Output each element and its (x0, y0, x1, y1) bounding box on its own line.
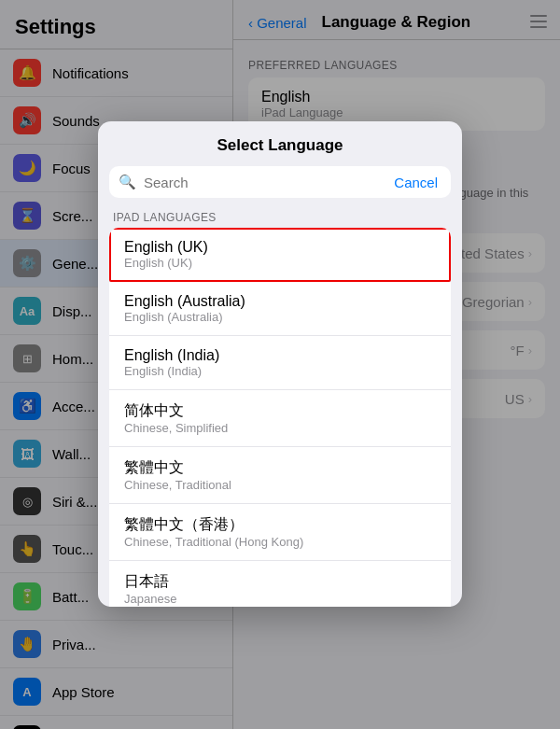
language-main-label: 简体中文 (124, 401, 436, 421)
language-item-english-uk[interactable]: English (UK) English (UK) (109, 228, 451, 282)
cancel-button[interactable]: Cancel (394, 175, 441, 190)
language-sub-label: Japanese (124, 592, 436, 606)
language-main-label: English (UK) (124, 239, 436, 256)
app-layout: Settings 🔔 Notifications 🔊 Sounds 🌙 Focu… (0, 0, 560, 729)
language-items-group: English (UK) English (UK) English (Austr… (109, 228, 451, 607)
language-sub-label: English (India) (124, 364, 436, 378)
language-sub-label: English (UK) (124, 256, 436, 270)
search-icon: 🔍 (119, 174, 136, 190)
language-sub-label: Chinese, Traditional (Hong Kong) (124, 535, 436, 549)
language-main-label: 繁體中文（香港） (124, 515, 436, 535)
language-item-traditional-chinese[interactable]: 繁體中文 Chinese, Traditional (109, 447, 451, 504)
search-bar: 🔍 Cancel (109, 166, 451, 198)
modal-title: Select Language (217, 136, 343, 154)
language-main-label: 繁體中文 (124, 458, 436, 478)
language-sub-label: English (Australia) (124, 310, 436, 324)
modal-title-bar: Select Language (98, 121, 462, 155)
ipad-languages-label: IPAD LANGUAGES (98, 205, 462, 228)
language-sub-label: Chinese, Simplified (124, 421, 436, 435)
language-list: English (UK) English (UK) English (Austr… (98, 228, 462, 607)
language-item-japanese[interactable]: 日本語 Japanese (109, 561, 451, 607)
language-item-simplified-chinese[interactable]: 简体中文 Chinese, Simplified (109, 390, 451, 447)
select-language-modal: Select Language 🔍 Cancel IPAD LANGUAGES … (98, 121, 462, 607)
search-input[interactable] (144, 175, 386, 190)
language-item-english-india[interactable]: English (India) English (India) (109, 336, 451, 390)
modal-overlay: Select Language 🔍 Cancel IPAD LANGUAGES … (0, 0, 560, 729)
language-item-traditional-chinese-hk[interactable]: 繁體中文（香港） Chinese, Traditional (Hong Kong… (109, 504, 451, 561)
language-main-label: English (Australia) (124, 293, 436, 310)
language-main-label: English (India) (124, 347, 436, 364)
language-item-english-australia[interactable]: English (Australia) English (Australia) (109, 282, 451, 336)
language-main-label: 日本語 (124, 572, 436, 592)
language-sub-label: Chinese, Traditional (124, 478, 436, 492)
